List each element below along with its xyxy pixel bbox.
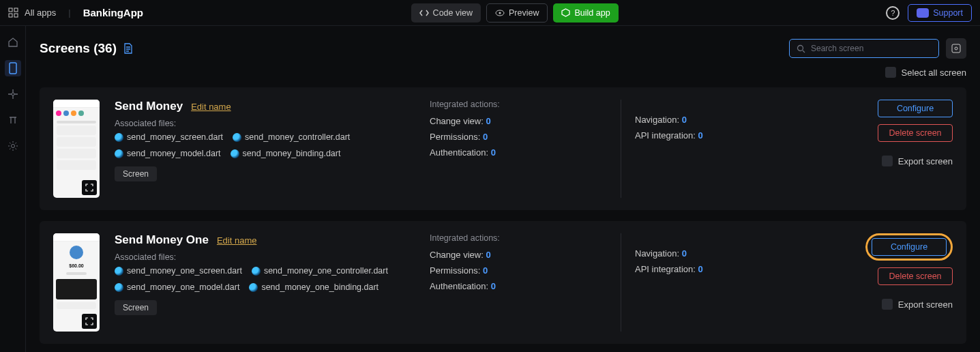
svg-rect-1	[14, 8, 18, 12]
file-chip[interactable]: send_money_one_model.dart	[115, 282, 239, 292]
stats-left: Integrated actions: Change view: 0 Permi…	[430, 233, 607, 332]
file-name: send_money_one_model.dart	[127, 282, 239, 292]
edit-name-link[interactable]: Edit name	[217, 235, 257, 246]
code-view-button[interactable]: Code view	[411, 3, 481, 23]
stat-value: 0	[682, 248, 687, 259]
file-name: send_money_binding.dart	[243, 149, 341, 158]
search-box[interactable]	[789, 39, 939, 58]
stat-value: 0	[491, 147, 496, 158]
file-chip[interactable]: send_money_binding.dart	[231, 149, 341, 158]
sidebar-home[interactable]	[5, 34, 21, 50]
card-actions: Configure Delete screen Export screen	[850, 100, 953, 198]
file-chip[interactable]: send_money_screen.dart	[115, 132, 223, 142]
file-chip[interactable]: send_money_model.dart	[115, 149, 221, 158]
stat-value: 0	[698, 130, 703, 141]
dart-icon	[115, 267, 123, 276]
stat-navigation: Navigation: 0	[635, 248, 757, 259]
help-icon[interactable]: ?	[886, 6, 900, 20]
export-checkbox[interactable]	[882, 299, 893, 310]
card-info: Send Money Edit name Associated files: s…	[115, 100, 415, 198]
document-icon[interactable]	[123, 43, 133, 54]
sidebar-settings[interactable]	[5, 138, 21, 154]
edit-name-link[interactable]: Edit name	[191, 102, 231, 112]
stat-value: 0	[491, 281, 496, 291]
search-input[interactable]	[811, 44, 932, 53]
svg-line-11	[803, 50, 805, 53]
stat-permissions: Permissions: 0	[430, 132, 607, 142]
card-info: Send Money One Edit name Associated file…	[115, 233, 415, 332]
configure-button[interactable]: Configure	[878, 100, 953, 117]
expand-thumbnail-button[interactable]	[82, 180, 97, 195]
stat-label: Change view:	[430, 116, 484, 126]
svg-rect-2	[9, 14, 12, 17]
screen-name: Send Money	[115, 100, 183, 113]
all-apps-link[interactable]: All apps	[25, 8, 56, 18]
stat-label: Authentication:	[430, 147, 488, 158]
delete-screen-button[interactable]: Delete screen	[878, 124, 953, 142]
stat-change-view: Change view: 0	[430, 116, 607, 126]
stat-permissions: Permissions: 0	[430, 265, 607, 276]
screen-tag: Screen	[115, 300, 157, 315]
screen-card: Send Money Edit name Associated files: s…	[40, 87, 966, 210]
stat-label: Navigation:	[635, 115, 679, 125]
divider: |	[68, 8, 70, 18]
stat-api: API integration: 0	[635, 264, 757, 274]
file-chip[interactable]: send_money_one_controller.dart	[252, 266, 388, 276]
sidebar-screens[interactable]	[5, 60, 21, 76]
content: Screens (36) Select all screen	[26, 26, 980, 352]
file-chip[interactable]: send_money_one_binding.dart	[249, 282, 378, 292]
export-checkbox[interactable]	[882, 156, 893, 166]
expand-thumbnail-button[interactable]	[82, 314, 97, 329]
svg-rect-12	[952, 44, 960, 53]
apps-grid-icon[interactable]	[8, 8, 19, 18]
file-chip[interactable]: send_money_one_screen.dart	[115, 266, 242, 276]
preview-button[interactable]: Preview	[486, 3, 548, 23]
support-button[interactable]: Support	[908, 4, 972, 22]
stat-api: API integration: 0	[635, 130, 757, 141]
stat-value: 0	[486, 250, 490, 260]
card-name-row: Send Money One Edit name	[115, 233, 415, 247]
app-name: BankingApp	[83, 7, 143, 18]
stat-authentication: Authentication: 0	[430, 147, 607, 158]
file-chip[interactable]: send_money_controller.dart	[233, 132, 350, 142]
files-row: send_money_screen.dart send_money_contro…	[115, 132, 415, 158]
configure-button[interactable]: Configure	[872, 238, 947, 256]
card-name-row: Send Money Edit name	[115, 100, 415, 113]
header-controls	[789, 38, 966, 59]
stat-value: 0	[483, 132, 488, 142]
export-row: Export screen	[882, 156, 953, 166]
code-icon	[419, 9, 429, 17]
stat-change-view: Change view: 0	[430, 250, 607, 260]
svg-rect-0	[9, 8, 12, 12]
screen-tag: Screen	[115, 166, 157, 181]
svg-point-5	[499, 12, 501, 14]
sidebar-typography[interactable]	[5, 112, 21, 128]
svg-point-8	[12, 93, 14, 96]
select-all-label: Select all screen	[902, 68, 966, 78]
sidebar-integrations[interactable]	[5, 86, 21, 102]
topbar-left: All apps | BankingApp	[8, 7, 143, 18]
select-all-checkbox[interactable]	[885, 67, 896, 78]
stat-label: Authentication:	[430, 281, 488, 291]
stats-right: Navigation: 0 API integration: 0	[621, 233, 757, 332]
svg-point-10	[798, 45, 803, 50]
build-app-button[interactable]: Build app	[553, 3, 618, 23]
file-name: send_money_one_binding.dart	[261, 282, 378, 292]
stat-label: Permissions:	[430, 132, 480, 142]
dart-icon	[231, 149, 239, 158]
topbar-center: Code view Preview Build app	[143, 3, 886, 23]
stat-label: API integration:	[635, 264, 696, 274]
stat-value: 0	[486, 116, 490, 126]
stat-authentication: Authentication: 0	[430, 281, 607, 291]
build-app-label: Build app	[574, 8, 610, 18]
delete-screen-button[interactable]: Delete screen	[878, 267, 953, 285]
filter-settings-button[interactable]	[946, 38, 966, 59]
stat-label: Permissions:	[430, 265, 480, 276]
dart-icon	[115, 283, 123, 292]
screen-card: $60.00 Send Money One Edit name Associat…	[40, 221, 966, 344]
dart-icon	[115, 149, 123, 158]
dart-icon	[233, 133, 241, 142]
code-view-label: Code view	[433, 8, 473, 18]
svg-rect-7	[10, 63, 16, 74]
stat-label: Change view:	[430, 250, 484, 260]
